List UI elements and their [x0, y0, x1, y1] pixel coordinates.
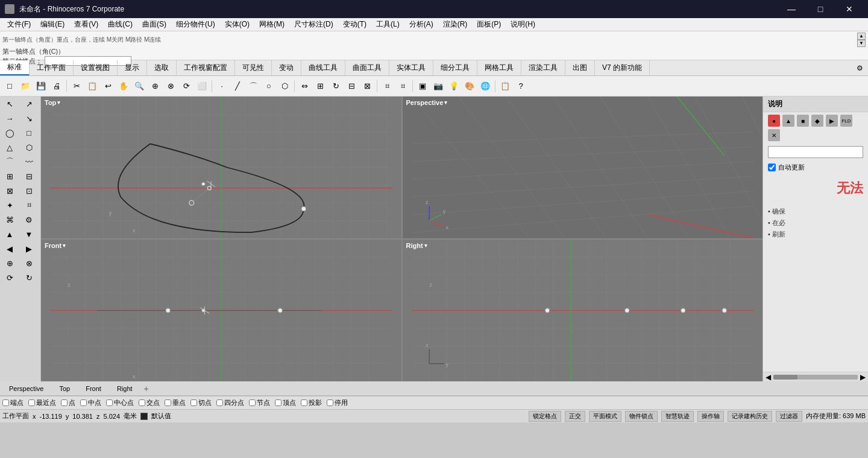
toolbar-btn-3[interactable]: 🖨 — [49, 79, 64, 94]
lt-btn-2[interactable]: → — [0, 111, 19, 126]
toolbar-btn-28[interactable]: ⌗ — [395, 79, 410, 94]
lt-btn-14[interactable]: ✦ — [0, 198, 19, 212]
vp-top-arrow[interactable]: ▾ — [57, 100, 60, 106]
statusbar-checkbox-6[interactable] — [165, 399, 171, 406]
rp-icon-mesh[interactable]: ▲ — [782, 115, 794, 127]
toolbar-btn-7[interactable]: ↩ — [101, 79, 115, 94]
toolbar-btn-9[interactable]: 🔍 — [132, 79, 146, 94]
coord-btn-记录建构历史[interactable]: 记录建构历史 — [728, 411, 772, 422]
lt-btn-8[interactable]: ⌒ — [0, 154, 19, 169]
toolbar-btn-12[interactable]: ⟳ — [179, 79, 193, 94]
toolbar-btn-2[interactable]: 💾 — [34, 79, 48, 94]
menu-item[interactable]: 文件(F) — [2, 18, 36, 31]
menu-item[interactable]: 曲线(C) — [103, 18, 137, 31]
lt-btn-7[interactable]: ⬡ — [19, 140, 39, 154]
lt-btn-5[interactable]: □ — [19, 126, 39, 140]
lt-btn-11[interactable]: ⊟ — [19, 169, 39, 183]
rp-scroll-left[interactable]: ◀ — [766, 373, 771, 381]
ribbon-tab-设置视图[interactable]: 设置视图 — [74, 60, 118, 75]
cmd-scroll-up[interactable]: ▲ — [857, 33, 866, 40]
viewtab-add[interactable]: + — [142, 384, 151, 393]
toolbar-btn-22[interactable]: ⊞ — [313, 79, 327, 94]
lt-btn-13[interactable]: ⊡ — [19, 183, 39, 198]
coord-btn-锁定格点[interactable]: 锁定格点 — [529, 411, 561, 422]
toolbar-btn-10[interactable]: ⊕ — [148, 79, 162, 94]
statusbar-checkbox-8[interactable] — [216, 399, 223, 406]
toolbar-btn-8[interactable]: ✋ — [116, 79, 131, 94]
menu-item[interactable]: 尺寸标注(D) — [289, 18, 338, 31]
menu-item[interactable]: 变动(T) — [338, 18, 371, 31]
ribbon-tab-渲染工具[interactable]: 渲染工具 — [521, 60, 565, 75]
statusbar-checkbox-9[interactable] — [249, 399, 256, 406]
ribbon-tab-可见性[interactable]: 可见性 — [235, 60, 272, 75]
rp-icon-folder[interactable]: FLD — [840, 115, 852, 127]
lt-btn-0[interactable]: ↖ — [0, 97, 19, 111]
statusbar-checkbox-12[interactable] — [327, 399, 333, 406]
ribbon-tab-工作视窗配置[interactable]: 工作视窗配置 — [177, 60, 235, 75]
toolbar-btn-33[interactable]: 🎨 — [462, 79, 477, 94]
ribbon-tab-曲面工具[interactable]: 曲面工具 — [345, 60, 389, 75]
ribbon-tab-标准[interactable]: 标准 — [0, 60, 30, 75]
minimize-button[interactable]: — — [778, 0, 805, 18]
toolbar-btn-32[interactable]: 💡 — [447, 79, 461, 94]
viewport-top[interactable]: Top ▾ — [41, 97, 401, 238]
vp-right-arrow[interactable]: ▾ — [424, 243, 427, 249]
rp-search-input[interactable] — [768, 146, 863, 158]
toolbar-btn-1[interactable]: 📁 — [18, 79, 33, 94]
toolbar-btn-25[interactable]: ⊠ — [360, 79, 374, 94]
lt-btn-24[interactable]: ⟳ — [0, 270, 19, 285]
ribbon-tab-细分工具[interactable]: 细分工具 — [433, 60, 477, 75]
lt-btn-20[interactable]: ◀ — [0, 241, 19, 256]
toolbar-btn-15[interactable]: · — [215, 79, 229, 94]
rp-icon-cube[interactable]: ■ — [797, 115, 809, 127]
toolbar-btn-0[interactable]: □ — [2, 79, 17, 94]
lt-btn-1[interactable]: ↗ — [19, 97, 39, 111]
toolbar-btn-18[interactable]: ○ — [262, 79, 276, 94]
coord-btn-智慧轨迹[interactable]: 智慧轨迹 — [661, 411, 694, 422]
toolbar-btn-6[interactable]: 📋 — [85, 79, 99, 94]
viewport-perspective[interactable]: Perspective ▾ — [403, 97, 763, 238]
settings-icon[interactable]: ⚙ — [852, 60, 868, 75]
ribbon-tab-变动[interactable]: 变动 — [272, 60, 301, 75]
statusbar-checkbox-1[interactable] — [28, 399, 35, 406]
toolbar-btn-27[interactable]: ⌗ — [380, 79, 394, 94]
statusbar-checkbox-0[interactable] — [2, 399, 9, 406]
ribbon-tab-实体工具[interactable]: 实体工具 — [389, 60, 433, 75]
lt-btn-6[interactable]: △ — [0, 140, 19, 154]
rp-icon-x[interactable]: ✕ — [768, 129, 780, 141]
menu-item[interactable]: 面板(P) — [472, 18, 506, 31]
lt-btn-23[interactable]: ⊗ — [19, 256, 39, 270]
coord-btn-物件锁点[interactable]: 物件锁点 — [625, 411, 658, 422]
menu-item[interactable]: 说明(H) — [506, 18, 540, 31]
close-button[interactable]: ✕ — [835, 0, 863, 18]
ribbon-tab-网格工具[interactable]: 网格工具 — [477, 60, 521, 75]
toolbar-btn-19[interactable]: ⬡ — [277, 79, 292, 94]
lt-btn-21[interactable]: ▶ — [19, 241, 39, 256]
toolbar-btn-21[interactable]: ⇔ — [297, 79, 312, 94]
viewtab-top[interactable]: Top — [52, 383, 77, 394]
toolbar-btn-30[interactable]: ▣ — [415, 79, 430, 94]
menu-item[interactable]: 曲面(S) — [137, 18, 171, 31]
toolbar-btn-36[interactable]: 📋 — [498, 79, 512, 94]
lt-btn-4[interactable]: ◯ — [0, 126, 19, 140]
ribbon-tab-曲线工具[interactable]: 曲线工具 — [301, 60, 345, 75]
toolbar-btn-23[interactable]: ↻ — [329, 79, 343, 94]
vp-perspective-arrow[interactable]: ▾ — [444, 100, 447, 106]
ribbon-tab-v7的新功能[interactable]: V7 的新功能 — [595, 60, 650, 75]
viewtab-right[interactable]: Right — [110, 383, 139, 394]
cmd-scroll-down[interactable]: ▼ — [857, 40, 866, 47]
lt-btn-9[interactable]: 〰 — [19, 154, 39, 169]
rp-icon-sphere[interactable]: ● — [768, 115, 780, 127]
menu-item[interactable]: 网格(M) — [254, 18, 289, 31]
menu-item[interactable]: 渲染(R) — [438, 18, 473, 31]
maximize-button[interactable]: □ — [807, 0, 834, 18]
viewport-right[interactable]: Right ▾ — [403, 240, 763, 381]
toolbar-btn-37[interactable]: ? — [514, 79, 528, 94]
rp-autoupdate-checkbox[interactable] — [768, 164, 776, 171]
menu-item[interactable]: 工具(L) — [371, 18, 404, 31]
coord-btn-操作轴[interactable]: 操作轴 — [697, 411, 724, 422]
lt-btn-19[interactable]: ▼ — [19, 227, 39, 241]
toolbar-btn-13[interactable]: ⬜ — [195, 79, 209, 94]
lt-btn-18[interactable]: ▲ — [0, 227, 19, 241]
toolbar-btn-34[interactable]: 🌐 — [478, 79, 492, 94]
